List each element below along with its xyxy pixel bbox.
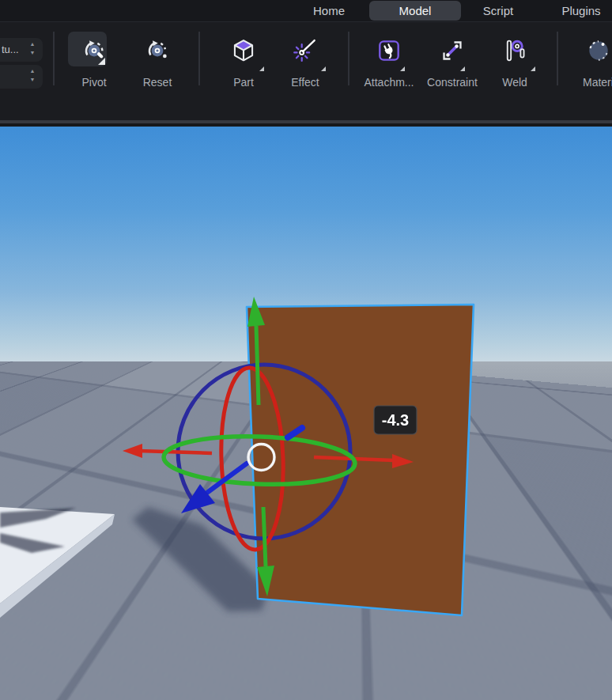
snap-field-2[interactable]: ▲ ▼	[0, 65, 43, 89]
constraint-icon	[440, 38, 465, 63]
part-icon	[231, 38, 256, 63]
stepper-down-icon[interactable]: ▼	[28, 49, 37, 58]
material-icon	[586, 38, 611, 63]
dropdown-indicator[interactable]	[531, 66, 535, 71]
weld-icon	[502, 38, 527, 63]
button-label: Weld	[482, 76, 548, 89]
material-button[interactable]: Materi	[576, 36, 612, 90]
roblox-studio-window: Home Model Script Plugins tu... ▲ ▼ ▲ ▼	[0, 0, 612, 700]
part-button[interactable]: Part	[221, 36, 266, 90]
tab-model[interactable]: Model	[369, 1, 461, 21]
dropdown-indicator[interactable]	[400, 66, 405, 71]
attachment-button[interactable]: Attachm...	[367, 36, 411, 90]
tab-home[interactable]: Home	[304, 0, 353, 21]
pivot-button[interactable]: Pivot	[72, 36, 116, 90]
button-label: Reset	[124, 76, 191, 89]
snap-field-2-stepper[interactable]: ▲ ▼	[28, 67, 37, 86]
button-label: Pivot	[61, 76, 127, 89]
button-label: Materi	[583, 76, 612, 89]
ribbon-tab-bar: Home Model Script Plugins	[0, 0, 612, 22]
snap-field-1-value: tu...	[2, 44, 19, 55]
ribbon-separator	[348, 32, 349, 85]
stepper-down-icon[interactable]: ▼	[28, 76, 37, 85]
weld-button[interactable]: Weld	[493, 36, 537, 90]
constraint-button[interactable]: Constraint	[430, 36, 474, 90]
stepper-up-icon[interactable]: ▲	[28, 67, 37, 76]
dropdown-indicator[interactable]	[321, 66, 326, 71]
reset-button[interactable]: Reset	[135, 36, 179, 90]
ground-plane	[0, 361, 612, 700]
snap-field-1[interactable]: tu... ▲ ▼	[0, 38, 43, 62]
ribbon-toolbar: tu... ▲ ▼ ▲ ▼	[0, 22, 612, 120]
viewport-3d[interactable]: -4.3	[0, 127, 612, 700]
reset-icon	[145, 38, 170, 63]
button-label: Constraint	[419, 76, 485, 89]
pivot-icon	[81, 38, 107, 63]
ribbon-separator	[557, 32, 558, 85]
effect-button[interactable]: Effect	[283, 36, 327, 90]
attachment-icon	[376, 38, 402, 63]
effect-icon	[293, 38, 318, 63]
tab-plugins[interactable]: Plugins	[555, 0, 607, 21]
button-label: Effect	[272, 76, 338, 89]
dropdown-indicator[interactable]	[460, 66, 465, 71]
tab-script[interactable]: Script	[474, 0, 522, 21]
button-label: Attachm...	[356, 76, 422, 89]
stepper-up-icon[interactable]: ▲	[28, 40, 37, 49]
ribbon-separator	[53, 32, 55, 85]
snap-field-1-stepper[interactable]: ▲ ▼	[28, 40, 37, 59]
dropdown-indicator[interactable]	[259, 66, 264, 71]
ribbon-separator	[198, 32, 200, 85]
button-label: Part	[210, 76, 277, 89]
horizon-haze	[0, 361, 612, 488]
sky	[0, 127, 612, 361]
